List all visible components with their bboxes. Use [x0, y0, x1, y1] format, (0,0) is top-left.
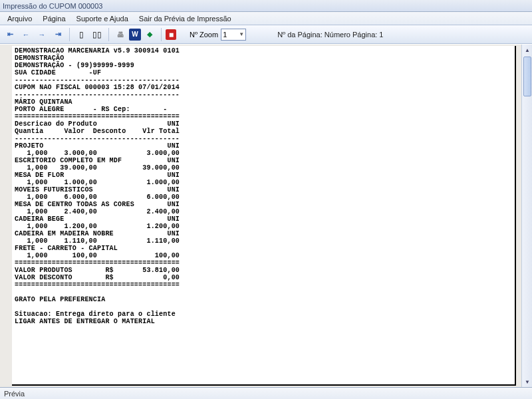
- prev-page-button[interactable]: ←: [19, 27, 33, 42]
- chevron-down-icon: ▼: [239, 31, 244, 37]
- word-export-button[interactable]: W: [129, 29, 141, 41]
- scroll-up-icon[interactable]: ▲: [522, 45, 532, 55]
- status-bar: Prévia: [0, 387, 532, 399]
- print-button[interactable]: 🖶: [113, 27, 128, 42]
- menu-sair[interactable]: Sair da Prévia de Impressão: [134, 13, 236, 24]
- menu-pagina[interactable]: Página: [38, 13, 70, 24]
- excel-export-button[interactable]: ◆: [142, 27, 157, 42]
- separator: [69, 28, 70, 41]
- zoom-group: Nº Zoom 1 ▼: [190, 29, 246, 41]
- toolbar: ⇤ ← → ⇥ ▯ ▯▯ 🖶 W ◆ ◼ Nº Zoom 1 ▼ Nº da P…: [0, 25, 532, 44]
- separator: [161, 28, 162, 41]
- two-page-icon[interactable]: ▯▯: [90, 27, 104, 42]
- status-text: Prévia: [4, 390, 25, 398]
- menu-suporte[interactable]: Suporte e Ajuda: [72, 13, 133, 24]
- stop-button[interactable]: ◼: [166, 29, 176, 40]
- next-page-button[interactable]: →: [35, 27, 49, 42]
- separator: [108, 28, 109, 41]
- window-title: Impressão do CUPOM 000003: [3, 2, 102, 10]
- page-value: Número Página: 1: [325, 31, 384, 39]
- receipt-content: DEMONSTRACAO MARCENARIA v5.9 300914 0101…: [12, 46, 515, 327]
- page-info: Nº da Página: Número Página: 1: [277, 31, 383, 39]
- page-label: Nº da Página:: [277, 31, 323, 39]
- scrollbar-thumb[interactable]: [523, 57, 531, 96]
- zoom-select[interactable]: 1 ▼: [221, 29, 246, 41]
- zoom-label: Nº Zoom: [190, 31, 218, 39]
- scroll-down-icon[interactable]: ▼: [522, 376, 532, 387]
- menu-bar: Arquivo Página Suporte e Ajuda Sair da P…: [0, 12, 532, 25]
- vertical-scrollbar[interactable]: ▲ ▼: [521, 45, 532, 387]
- preview-area: DEMONSTRACAO MARCENARIA v5.9 300914 0101…: [0, 44, 532, 387]
- zoom-value: 1: [223, 31, 227, 39]
- first-page-button[interactable]: ⇤: [3, 27, 17, 42]
- last-page-button[interactable]: ⇥: [51, 27, 65, 42]
- title-bar: Impressão do CUPOM 000003: [0, 0, 532, 12]
- menu-arquivo[interactable]: Arquivo: [3, 13, 37, 24]
- paper: DEMONSTRACAO MARCENARIA v5.9 300914 0101…: [12, 46, 516, 386]
- single-page-icon[interactable]: ▯: [74, 27, 88, 42]
